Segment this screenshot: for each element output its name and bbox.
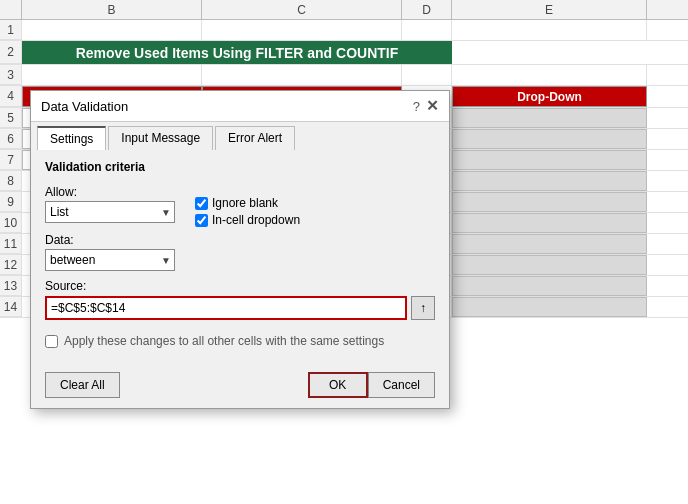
spreadsheet: B C D E 1 2 Remove Used Items Using FILT… [0, 0, 688, 504]
col-header-d: D [402, 0, 452, 19]
cell-d3 [402, 65, 452, 85]
source-section: Source: ↑ [45, 279, 435, 320]
in-cell-dropdown-checkbox[interactable] [195, 214, 208, 227]
data-select[interactable]: between [45, 249, 175, 271]
checkbox-group: Ignore blank In-cell dropdown [195, 196, 300, 227]
cell-e5 [452, 108, 647, 128]
source-row: ↑ [45, 296, 435, 320]
row-num-2: 2 [0, 41, 22, 64]
cell-e1 [452, 20, 647, 40]
data-select-wrapper: between ▼ [45, 249, 175, 271]
dialog-controls: ? ✕ [413, 97, 439, 115]
dialog-titlebar: Data Validation ? ✕ [31, 91, 449, 122]
allow-row: Allow: List ▼ Ignore blank [45, 180, 435, 227]
cell-dropdown-header: Drop-Down [452, 86, 647, 107]
ignore-blank-item: Ignore blank [195, 196, 300, 210]
col-header-b: B [22, 0, 202, 19]
col-header-a [0, 0, 22, 19]
apply-row: Apply these changes to all other cells w… [45, 334, 435, 348]
tab-input-message[interactable]: Input Message [108, 126, 213, 150]
dialog-body: Validation criteria Allow: List ▼ Igno [31, 150, 449, 364]
col-header-c: C [202, 0, 402, 19]
cell-e7 [452, 150, 647, 170]
table-row: 3 [0, 65, 688, 86]
cell-e3 [452, 65, 647, 85]
col-header-e: E [452, 0, 647, 19]
ignore-blank-label: Ignore blank [212, 196, 278, 210]
section-validation-criteria: Validation criteria [45, 160, 435, 174]
data-label: Data: [45, 233, 175, 247]
in-cell-dropdown-label: In-cell dropdown [212, 213, 300, 227]
table-row: 1 [0, 20, 688, 41]
row-num-3: 3 [0, 65, 22, 85]
allow-select-wrapper: List ▼ [45, 201, 175, 223]
dialog-tabs: Settings Input Message Error Alert [31, 122, 449, 150]
tab-settings[interactable]: Settings [37, 126, 106, 150]
data-row: Data: between ▼ [45, 233, 435, 271]
clear-all-button[interactable]: Clear All [45, 372, 120, 398]
source-label: Source: [45, 279, 435, 293]
dialog-footer: Clear All OK Cancel [31, 364, 449, 408]
row-num-6: 6 [0, 129, 22, 149]
column-headers: B C D E [0, 0, 688, 20]
source-collapse-button[interactable]: ↑ [411, 296, 435, 320]
source-input[interactable] [45, 296, 407, 320]
cell-e6 [452, 129, 647, 149]
row-num-7: 7 [0, 150, 22, 170]
allow-label: Allow: [45, 185, 175, 199]
cell-d1 [402, 20, 452, 40]
cell-e2 [460, 41, 468, 64]
dialog-title: Data Validation [41, 99, 128, 114]
row-num-5: 5 [0, 108, 22, 128]
cell-c3 [202, 65, 402, 85]
apply-label: Apply these changes to all other cells w… [64, 334, 384, 348]
cell-b3 [22, 65, 202, 85]
tab-error-alert[interactable]: Error Alert [215, 126, 295, 150]
cell-b1 [22, 20, 202, 40]
in-cell-dropdown-item: In-cell dropdown [195, 213, 300, 227]
row-num-4: 4 [0, 86, 22, 107]
table-row: 2 Remove Used Items Using FILTER and COU… [0, 41, 688, 65]
close-icon[interactable]: ✕ [426, 97, 439, 115]
ignore-blank-checkbox[interactable] [195, 197, 208, 210]
cell-d2 [452, 41, 460, 64]
row-num-1: 1 [0, 20, 22, 40]
cell-title: Remove Used Items Using FILTER and COUNT… [22, 41, 452, 64]
ok-button[interactable]: OK [308, 372, 368, 398]
cancel-button[interactable]: Cancel [368, 372, 435, 398]
help-icon[interactable]: ? [413, 99, 420, 114]
cell-c1 [202, 20, 402, 40]
data-validation-dialog: Data Validation ? ✕ Settings Input Messa… [30, 90, 450, 409]
allow-select[interactable]: List [45, 201, 175, 223]
apply-checkbox[interactable] [45, 335, 58, 348]
